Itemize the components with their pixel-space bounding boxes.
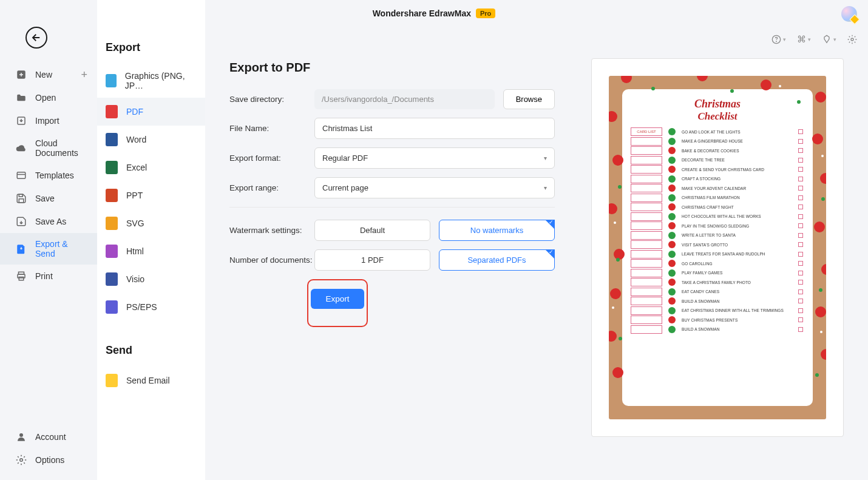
cardlist-cell: CARD LIST	[631, 127, 662, 136]
checklist-icon	[668, 260, 676, 267]
watermark-default[interactable]: Default	[314, 220, 430, 241]
main-content: Export to PDF Save directory: Browse Fil…	[205, 27, 868, 480]
checkbox	[798, 214, 803, 219]
nav-label: New	[35, 70, 52, 79]
checklist-icon	[668, 297, 676, 305]
nav-print[interactable]: Print	[0, 265, 97, 288]
docs-one-pdf[interactable]: 1 PDF	[314, 249, 430, 271]
nav-label: Save As	[35, 217, 66, 226]
nav-label: Open	[35, 93, 56, 103]
sidebar-nav: New+OpenImportCloud DocumentsTemplatesSa…	[0, 0, 97, 480]
checklist-text: LEAVE TREATS FOR SANTA AND RUDOLPH	[682, 252, 792, 256]
file-name-input[interactable]	[314, 118, 555, 139]
nav-import[interactable]: Import	[0, 109, 97, 132]
format-icon	[106, 161, 118, 174]
pro-badge: Pro	[476, 8, 495, 18]
docs-separated[interactable]: Separated PDFs	[439, 249, 555, 271]
format-ps-eps[interactable]: PS/EPS	[97, 293, 205, 321]
format-word[interactable]: Word	[97, 126, 205, 154]
format-icon	[106, 272, 118, 286]
checkbox	[798, 195, 803, 200]
format-label: Graphics (PNG, JP…	[125, 71, 197, 90]
nav-options[interactable]: Options	[0, 448, 97, 472]
format-label: PDF	[126, 107, 143, 117]
checkbox	[798, 177, 803, 181]
checkbox	[798, 308, 803, 313]
format-svg[interactable]: SVG	[97, 209, 205, 237]
checkbox	[798, 139, 803, 144]
checkbox	[798, 280, 803, 285]
cloud-icon	[16, 143, 27, 154]
export-format-panel: Export Graphics (PNG, JP…PDFWordExcelPPT…	[97, 0, 205, 480]
format-graphics-png-jp-[interactable]: Graphics (PNG, JP…	[97, 64, 205, 98]
checklist-icon	[668, 222, 676, 229]
format-excel[interactable]: Excel	[97, 154, 205, 181]
checklist-row: MAKE A GINGERBREAD HOUSE	[631, 137, 804, 146]
nav-cloud-documents[interactable]: Cloud Documents	[0, 132, 97, 164]
checklist-icon	[668, 194, 676, 201]
nav-templates[interactable]: Templates	[0, 164, 97, 187]
nav-save[interactable]: Save	[0, 187, 97, 210]
export-button[interactable]: Export	[311, 289, 364, 309]
label-file-name: File Name:	[229, 124, 314, 133]
checkbox	[798, 299, 803, 303]
plus-icon[interactable]: +	[81, 69, 87, 81]
user-icon	[16, 431, 27, 442]
format-label: PPT	[126, 191, 143, 200]
label-save-directory: Save directory:	[229, 95, 314, 104]
format-ppt[interactable]: PPT	[97, 181, 205, 209]
cardlist-cell	[631, 194, 662, 202]
format-icon	[106, 245, 118, 258]
checklist-row: CREATE & SEND YOUR CHRISTMAS CARD	[631, 165, 804, 174]
browse-button[interactable]: Browse	[503, 89, 555, 109]
nav-open[interactable]: Open	[0, 86, 97, 109]
user-avatar[interactable]	[841, 6, 857, 22]
checklist-row: VISIT SANTA'S GROTTO	[631, 240, 804, 249]
watermark-none[interactable]: No watermarks	[439, 220, 555, 241]
nav-new[interactable]: New+	[0, 63, 97, 86]
checklist-text: VISIT SANTA'S GROTTO	[682, 243, 792, 247]
send-send-email[interactable]: Send Email	[97, 367, 205, 394]
checklist-text: CRAFT A STOCKING	[682, 177, 792, 181]
cardlist-cell	[631, 221, 662, 230]
format-pdf[interactable]: PDF	[97, 98, 205, 126]
checklist-icon	[668, 128, 676, 135]
cardlist-cell	[631, 316, 662, 324]
checklist-icon	[668, 175, 676, 183]
checklist-text: CHRISTMAS CRAFT NIGHT	[682, 205, 792, 209]
send-label: Send Email	[126, 376, 170, 385]
checklist-icon	[668, 307, 676, 314]
envelope-icon	[106, 374, 118, 387]
format-label: Visio	[126, 274, 144, 284]
checklist-text: MAKE A GINGERBREAD HOUSE	[682, 139, 792, 143]
checkbox	[798, 129, 803, 134]
checklist-row: GO CAROLLING	[631, 259, 804, 268]
chevron-down-icon: ▾	[544, 184, 547, 191]
cardlist-cell	[631, 306, 662, 315]
cardlist-cell	[631, 184, 662, 192]
checklist-text: HOT CHOCOLATE WITH ALL THE WORKS	[682, 214, 792, 218]
nav-save-as[interactable]: Save As	[0, 210, 97, 233]
nav-label: Import	[35, 116, 59, 126]
checklist-text: WRITE A LETTER TO SANTA	[682, 233, 792, 237]
format-label: Excel	[126, 163, 147, 172]
nav-export-send[interactable]: Export & Send	[0, 233, 97, 265]
checklist-row: CARD LISTGO AND LOOK AT THE LIGHTS	[631, 127, 804, 136]
heading-export: Export	[97, 0, 205, 64]
export-range-select[interactable]: Current page ▾	[314, 177, 555, 198]
format-visio[interactable]: Visio	[97, 265, 205, 293]
back-button[interactable]	[25, 27, 47, 49]
export-format-select[interactable]: Regular PDF ▾	[314, 147, 555, 169]
nav-account[interactable]: Account	[0, 425, 97, 448]
checklist-icon	[668, 279, 676, 286]
nav-label: Account	[35, 432, 66, 442]
checklist-row: PLAY IN THE SNOW/GO SLEDGING	[631, 221, 804, 230]
cardlist-cell	[631, 156, 662, 164]
checklist-text: MAKE YOUR ADVENT CALENDAR	[682, 186, 792, 191]
save-directory-input	[314, 89, 495, 109]
format-html[interactable]: Html	[97, 237, 205, 265]
checklist-icon	[668, 147, 676, 154]
cardlist-cell	[631, 175, 662, 183]
checklist-icon	[668, 288, 676, 296]
checkbox	[798, 289, 803, 294]
